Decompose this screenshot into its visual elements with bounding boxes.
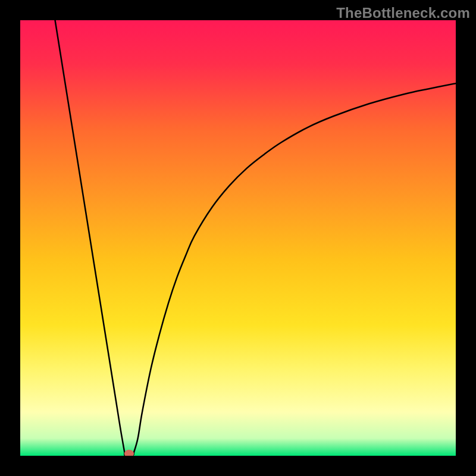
chart-plot-area xyxy=(20,20,456,456)
chart-outer-frame: TheBottleneck.com xyxy=(0,0,476,476)
watermark-label: TheBottleneck.com xyxy=(336,5,470,21)
chart-svg xyxy=(20,20,456,456)
chart-gradient-background xyxy=(20,20,456,456)
